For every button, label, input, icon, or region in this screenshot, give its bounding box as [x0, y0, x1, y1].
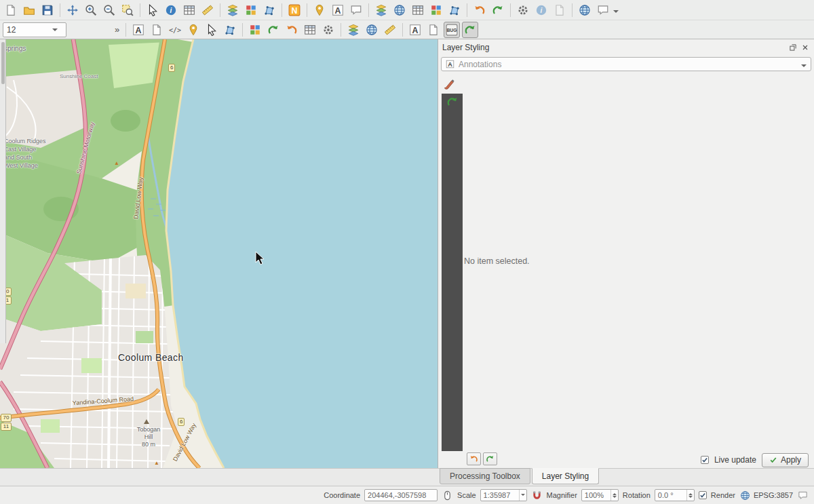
toolbar-extension-chevron[interactable]: » [113, 24, 121, 35]
zoom-in-icon[interactable] [83, 2, 99, 18]
rotation-spin-arrows[interactable] [686, 490, 694, 501]
measure-line-icon[interactable] [382, 22, 398, 38]
open-table-icon[interactable] [302, 22, 318, 38]
save-project-icon[interactable] [39, 2, 56, 18]
add-delimited-layer-icon[interactable] [410, 2, 426, 18]
ridges-line: East Village [4, 145, 46, 153]
redo-style-icon[interactable] [265, 22, 282, 38]
toolbar-separator [60, 3, 60, 17]
ridges-line: West Village [4, 161, 46, 170]
tab-processing-toolbox[interactable]: Processing Toolbox [440, 468, 530, 484]
scale-combo[interactable] [480, 489, 527, 501]
mouse-cursor-icon [255, 251, 266, 266]
python-console-icon[interactable] [533, 2, 549, 18]
symbology-tab-icon[interactable] [443, 77, 457, 91]
toolbar-separator [341, 23, 341, 37]
coordinate-box[interactable] [364, 489, 438, 501]
move-annotation-icon[interactable] [204, 22, 220, 38]
font-size-combo[interactable] [3, 22, 66, 37]
route-shield-6: 6 [168, 64, 175, 72]
scale-caret-icon[interactable] [519, 490, 526, 501]
new-form-annotation-icon[interactable] [149, 22, 165, 38]
measure-icon[interactable] [199, 2, 216, 18]
rotation-spinbox[interactable] [655, 489, 695, 501]
new-html-annotation-icon[interactable] [167, 22, 183, 38]
messages-bubble-icon[interactable] [797, 490, 809, 501]
new-project-icon[interactable] [3, 2, 19, 18]
new-text-annotation-icon[interactable] [130, 22, 147, 38]
toolbar-separator [282, 3, 282, 17]
web-service-icon[interactable] [364, 22, 380, 38]
scale-lock-magnet-icon[interactable] [531, 490, 543, 501]
ridges-line: and South [4, 153, 46, 161]
new-polygon-annotation-icon[interactable] [222, 22, 238, 38]
zoom-full-icon[interactable] [119, 2, 136, 18]
tab-layer-styling[interactable]: Layer Styling [532, 468, 599, 484]
apply-button[interactable]: Apply [762, 453, 809, 467]
scale-input[interactable] [481, 491, 519, 499]
map-tips-icon[interactable] [348, 2, 364, 18]
new-shapefile-icon[interactable] [261, 2, 277, 18]
style-redo-button[interactable] [483, 452, 497, 465]
collapsed-panel-strip[interactable] [0, 39, 6, 343]
style-undo-button[interactable] [467, 452, 481, 465]
select-features-icon[interactable] [144, 2, 161, 18]
map-canvas[interactable]: springs Sunshine Coast Coolum Ridges Eas… [0, 39, 438, 468]
add-vector-layer-icon[interactable] [373, 2, 389, 18]
plugin-manager-icon[interactable] [428, 2, 444, 18]
layer-stack-icon[interactable] [345, 22, 362, 38]
toolbar-overflow-icon[interactable] [613, 10, 619, 16]
add-wms-layer-icon[interactable] [391, 2, 408, 18]
combo-caret-icon[interactable] [52, 28, 58, 34]
live-update-checkbox[interactable] [701, 456, 709, 464]
processing-history-icon[interactable] [247, 22, 263, 38]
new-bookmark-icon[interactable] [311, 2, 328, 18]
map-label-tobogan-hill: Tobogan Hill 80 m [133, 426, 164, 448]
crs-status-button[interactable]: EPSG:3857 [739, 490, 793, 501]
elevation-profile-panel-icon[interactable] [462, 22, 478, 38]
open-project-icon[interactable] [21, 2, 37, 18]
processing-toolbox-icon[interactable] [515, 2, 531, 18]
debug-tools-panel-icon[interactable] [444, 22, 460, 38]
magnifier-input[interactable] [582, 491, 610, 499]
crs-globe-icon [739, 490, 751, 501]
close-panel-icon[interactable] [800, 43, 810, 52]
options-gear-icon[interactable] [320, 22, 336, 38]
new-geopackage-icon[interactable] [446, 2, 463, 18]
zoom-out-icon[interactable] [101, 2, 117, 18]
layout-manager-icon[interactable] [551, 2, 568, 18]
magnifier-spinbox[interactable] [581, 489, 619, 501]
undo-style-icon[interactable] [284, 22, 300, 38]
toolbar-separator [467, 3, 467, 17]
annotations-layer-icon [446, 60, 454, 69]
undock-panel-icon[interactable] [788, 43, 798, 52]
text-annotation-icon[interactable] [330, 2, 346, 18]
campsite-marker-icon: ▲ [154, 460, 159, 466]
extents-toggle-icon[interactable] [442, 490, 453, 501]
qgis-north-logo-icon[interactable] [286, 2, 303, 18]
style-manager-icon[interactable] [243, 2, 259, 18]
magnifier-spin-arrows[interactable] [610, 490, 618, 501]
undo-icon[interactable] [471, 2, 488, 18]
layer-select-combo[interactable]: Annotations [441, 57, 811, 71]
label-toolbar-icon[interactable] [407, 22, 423, 38]
rotation-input[interactable] [655, 491, 686, 499]
metasearch-icon[interactable] [577, 2, 593, 18]
strip-scrollbar-thumb[interactable] [1, 42, 5, 84]
annotation-style-icon[interactable] [442, 94, 463, 108]
identify-features-icon[interactable] [163, 2, 179, 18]
help-icon[interactable] [595, 2, 611, 18]
map-label-coolum-ridges: Coolum Ridges East Village and South Wes… [4, 137, 46, 170]
coordinate-input[interactable] [365, 491, 437, 499]
styling-tab-strip[interactable] [442, 94, 463, 451]
attributes-table-icon[interactable] [181, 2, 197, 18]
toolbar-separator [402, 23, 403, 37]
pan-map-icon[interactable] [64, 2, 81, 18]
render-checkbox[interactable] [699, 491, 707, 499]
toolbar-separator [242, 23, 243, 37]
redo-icon[interactable] [490, 2, 506, 18]
font-size-input[interactable] [3, 25, 52, 35]
layout-page-icon[interactable] [425, 22, 442, 38]
new-marker-annotation-icon[interactable] [185, 22, 201, 38]
layers-icon[interactable] [225, 2, 241, 18]
